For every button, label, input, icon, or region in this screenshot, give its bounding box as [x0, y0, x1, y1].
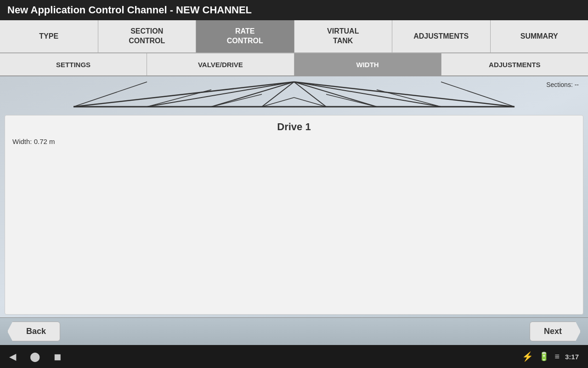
title-bar: New Application Control Channel - NEW CH… — [0, 0, 588, 20]
tab-adjustments[interactable]: ADJUSTMENTS — [392, 20, 491, 52]
svg-line-7 — [294, 82, 377, 107]
drive-panel-title: Drive 1 — [12, 121, 576, 133]
sub-tabs: SETTINGS VALVE/DRIVE WIDTH ADJUSTMENTS — [0, 53, 588, 76]
sub-tab-settings[interactable]: SETTINGS — [0, 53, 147, 75]
battery-icon: 🔋 — [539, 351, 549, 362]
tab-virtual-tank[interactable]: VIRTUALTANK — [294, 20, 393, 52]
sys-status: ⚡ 🔋 ≡ 3:17 — [522, 351, 579, 362]
back-nav-button[interactable]: ◀ — [9, 351, 16, 362]
recent-nav-button[interactable]: ◼ — [54, 351, 62, 362]
tab-type[interactable]: TYPE — [0, 20, 98, 52]
svg-line-8 — [294, 82, 441, 107]
svg-line-5 — [262, 82, 294, 107]
middle-content: Sections: -- — [0, 76, 588, 317]
sub-tab-sub-adjustments[interactable]: ADJUSTMENTS — [441, 53, 588, 75]
sys-nav: ◀ ⬤ ◼ — [9, 351, 62, 362]
svg-line-3 — [147, 82, 294, 107]
drive-panel: Drive 1 Width: 0.72 m — [5, 115, 583, 315]
svg-line-6 — [294, 82, 326, 107]
tab-section-control[interactable]: SECTIONCONTROL — [98, 20, 197, 52]
svg-line-10 — [147, 90, 211, 107]
tab-rate-control[interactable]: RATECONTROL — [196, 20, 294, 52]
signal-icon: ≡ — [554, 352, 560, 362]
svg-line-11 — [211, 94, 262, 107]
boom-svg — [0, 78, 588, 115]
system-time: 3:17 — [565, 353, 579, 361]
svg-line-4 — [211, 82, 294, 107]
gps-status-icon: ⚡ — [522, 351, 533, 362]
next-button[interactable]: Next — [530, 322, 581, 341]
tab-summary[interactable]: SUMMARY — [491, 20, 588, 52]
system-bar: ◀ ⬤ ◼ ⚡ 🔋 ≡ 3:17 — [0, 345, 588, 368]
back-button[interactable]: Back — [7, 322, 60, 341]
svg-line-15 — [326, 94, 377, 107]
boom-area — [0, 78, 588, 115]
main-tabs: TYPE SECTIONCONTROL RATECONTROL VIRTUALT… — [0, 20, 588, 53]
home-nav-button[interactable]: ⬤ — [30, 351, 40, 362]
svg-line-14 — [377, 90, 441, 107]
sub-tab-valve-drive[interactable]: VALVE/DRIVE — [147, 53, 294, 75]
svg-line-16 — [294, 98, 326, 107]
drive-panel-width: Width: 0.72 m — [12, 138, 576, 145]
bottom-action-bar: Back Next — [0, 317, 588, 345]
page-title: New Application Control Channel - NEW CH… — [7, 4, 252, 16]
svg-line-12 — [262, 98, 294, 107]
sub-tab-width[interactable]: WIDTH — [294, 53, 441, 75]
